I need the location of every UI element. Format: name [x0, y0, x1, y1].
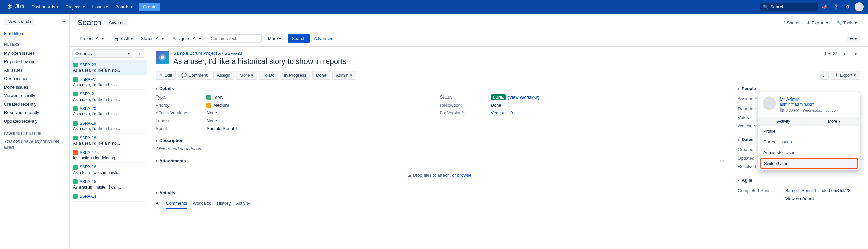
- order-by-select[interactable]: Order by▾: [72, 49, 133, 58]
- create-button[interactable]: Create: [139, 3, 160, 11]
- chevron-down-icon: ▾: [199, 36, 201, 41]
- affects-label: Affects Version/s:: [156, 110, 206, 115]
- profile-tab-activity[interactable]: Activity: [758, 117, 809, 126]
- issue-list-item[interactable]: SSPA-14: [70, 192, 147, 202]
- filter-link[interactable]: Viewed recently: [4, 91, 65, 100]
- agile-toggle[interactable]: ▾Agile: [738, 178, 860, 183]
- filter-link[interactable]: Resolved recently: [4, 108, 65, 117]
- comment-button[interactable]: 💬Comment: [178, 71, 211, 80]
- issue-list-item[interactable]: SSPA-20As a user, I'd like a histo...: [70, 104, 147, 119]
- issue-list-item[interactable]: SSPA-18As a user, I'd like a histo...: [70, 134, 147, 148]
- find-filters-link[interactable]: Find filters: [4, 31, 65, 36]
- nav-boards[interactable]: Boards▾: [112, 0, 136, 14]
- settings-icon[interactable]: ⚙: [843, 2, 852, 12]
- filter-link[interactable]: All issues: [4, 66, 65, 74]
- attachments-toggle[interactable]: ▾Attachments⋯: [156, 158, 724, 163]
- description-toggle[interactable]: ▾Description: [156, 138, 724, 143]
- issue-key-link[interactable]: SSPA-23: [224, 51, 242, 56]
- profile-menu-administer-user[interactable]: Administer User: [758, 147, 860, 158]
- more-actions-button[interactable]: More▾: [236, 71, 257, 80]
- export-button[interactable]: ⬇Export▾: [804, 19, 831, 27]
- view-toggle[interactable]: ☰ ▾: [847, 35, 860, 42]
- project-link[interactable]: Sample Scrum Project A: [173, 51, 221, 56]
- attachments-dropzone[interactable]: ☁ Drop files to attach, or browse.: [156, 167, 724, 183]
- filter-more[interactable]: More▾: [266, 35, 284, 42]
- chevron-down-icon: ▾: [131, 5, 132, 9]
- filter-link[interactable]: Open issues: [4, 74, 65, 83]
- next-issue-button[interactable]: ▼: [851, 51, 860, 57]
- people-toggle[interactable]: ▾People: [738, 86, 860, 91]
- save-as-button[interactable]: Save as: [105, 19, 128, 26]
- feedback-icon[interactable]: 📣: [820, 2, 829, 12]
- filter-link[interactable]: Done issues: [4, 83, 65, 91]
- issue-list-item[interactable]: SSPA-19As a user, I'd like a histo...: [70, 119, 147, 134]
- attachments-more-icon[interactable]: ⋯: [720, 158, 724, 163]
- profile-menu-switch-user[interactable]: Switch User: [760, 158, 858, 169]
- transition-inprogress[interactable]: In Progress: [280, 71, 310, 80]
- story-icon: [73, 136, 78, 140]
- fixversion-value[interactable]: Version 1.0: [491, 110, 725, 115]
- nav-issues[interactable]: Issues▾: [89, 0, 112, 14]
- sprint-value: Sample Sprint 1: [206, 126, 440, 131]
- prev-issue-button[interactable]: ▲: [840, 51, 849, 57]
- search-input[interactable]: [770, 4, 815, 10]
- issue-list-item[interactable]: SSPA-23As a user, I'd like a histo...: [70, 60, 147, 75]
- attachments-section: ▾Attachments⋯ ☁ Drop files to attach, or…: [156, 158, 724, 183]
- issue-list-item[interactable]: SSPA-17Instructions for deleting ...: [70, 148, 147, 163]
- collapse-sidebar-icon[interactable]: «: [62, 18, 65, 23]
- activity-tab[interactable]: Work Log: [193, 199, 211, 209]
- new-search-button[interactable]: New search: [4, 18, 34, 25]
- activity-tab[interactable]: Activity: [236, 199, 250, 209]
- activity-toggle[interactable]: ▾Activity: [156, 190, 724, 195]
- filter-project[interactable]: Project: All▾: [78, 35, 106, 42]
- filter-status[interactable]: Status: All▾: [139, 35, 166, 42]
- sprint-link[interactable]: Sample Sprint 1: [785, 188, 817, 193]
- details-toggle[interactable]: ▾Details: [156, 86, 724, 91]
- advanced-link[interactable]: Advanced: [314, 36, 334, 41]
- export-issue-button[interactable]: ⬇Export▾: [831, 71, 860, 80]
- edit-button[interactable]: ✎Edit: [156, 71, 176, 80]
- nav-dashboards[interactable]: Dashboards▾: [28, 0, 61, 14]
- issue-list-item[interactable]: SSPA-21As a user, I'd like a histo...: [70, 90, 147, 104]
- global-search[interactable]: 🔍: [760, 3, 818, 11]
- profile-email[interactable]: admin@admin.com: [780, 102, 838, 107]
- view-workflow-link[interactable]: (View Workflow): [508, 95, 539, 100]
- transition-done[interactable]: Done: [312, 71, 330, 80]
- activity-tab[interactable]: All: [156, 199, 160, 209]
- chevron-down-icon: ▾: [738, 178, 739, 182]
- admin-button[interactable]: Admin▾: [332, 71, 356, 80]
- issue-list-item[interactable]: SSPA-22As a user, I'd like a histo...: [70, 75, 147, 90]
- filter-link[interactable]: Updated recently: [4, 117, 65, 125]
- nav-projects[interactable]: Projects▾: [62, 0, 88, 14]
- filter-link[interactable]: My open issues: [4, 49, 65, 57]
- profile-menu-current-issues[interactable]: Current Issues: [758, 137, 860, 147]
- tools-button[interactable]: 🔧Tools▾: [834, 19, 860, 27]
- profile-tab-more[interactable]: More▾: [809, 117, 860, 126]
- assign-button[interactable]: Assign: [213, 71, 234, 80]
- share-icon: ⤴: [783, 20, 785, 25]
- issue-list-item[interactable]: SSPA-15As a scrum master, I can...: [70, 177, 147, 192]
- filter-type[interactable]: Type: All▾: [110, 35, 135, 42]
- profile-menu-profile[interactable]: Profile: [758, 126, 860, 137]
- jira-logo[interactable]: Jira: [4, 3, 27, 10]
- filter-link[interactable]: Created recently: [4, 100, 65, 108]
- share-issue-button[interactable]: ⤴: [819, 71, 829, 80]
- filter-link[interactable]: Reported by me: [4, 57, 65, 66]
- contains-text-input[interactable]: [208, 34, 262, 43]
- transition-todo[interactable]: To Do: [259, 71, 278, 80]
- view-on-board-link[interactable]: View on Board: [785, 196, 860, 201]
- profile-name[interactable]: Mr Admin: [780, 96, 838, 102]
- help-icon[interactable]: ❔: [831, 2, 841, 12]
- description-placeholder[interactable]: Click to add description: [156, 146, 724, 152]
- activity-tab[interactable]: Comments: [166, 199, 187, 209]
- issue-list-item[interactable]: SSPA-16As a team, we can finish...: [70, 163, 147, 177]
- sort-direction-button[interactable]: ↑: [135, 49, 144, 58]
- user-avatar[interactable]: [854, 2, 864, 12]
- activity-tab[interactable]: History: [217, 199, 231, 209]
- browse-link[interactable]: browse: [457, 173, 471, 178]
- description-section: ▾Description Click to add description: [156, 138, 724, 152]
- filter-assignee[interactable]: Assignee: All▾: [170, 35, 203, 42]
- export-icon: ⬇: [834, 73, 838, 78]
- search-button[interactable]: Search: [288, 34, 310, 43]
- share-button[interactable]: ⤴Share: [780, 19, 801, 27]
